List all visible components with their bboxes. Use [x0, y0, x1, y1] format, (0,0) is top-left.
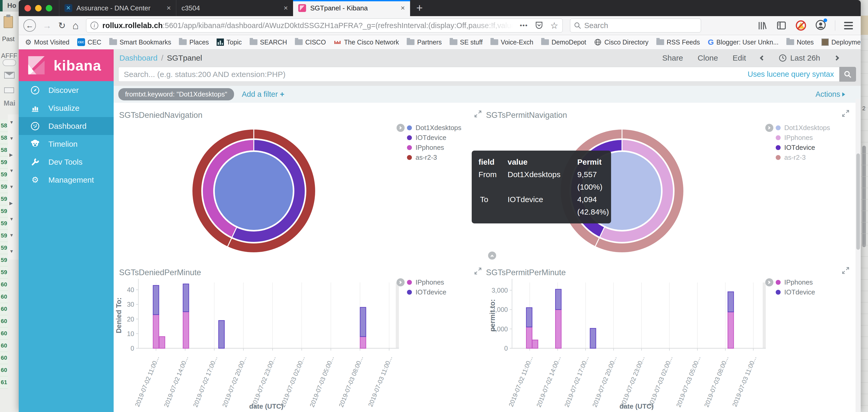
zoom-window-button[interactable] — [46, 5, 52, 11]
bookmark-item[interactable]: Deployment Guides — [822, 38, 861, 46]
bookmark-item[interactable]: Voice-Exch — [490, 38, 533, 46]
background-text-mail: Mai — [4, 99, 16, 108]
tab-sgtpanel-kibana[interactable]: SGTpanel - Kibana × — [293, 0, 410, 16]
pocket-icon[interactable] — [535, 21, 544, 30]
page-scrollbar[interactable] — [856, 99, 861, 412]
legend-item[interactable]: Dot1Xdesktops — [407, 123, 511, 133]
legend-collapse-chevron-icon[interactable] — [765, 278, 773, 286]
home-button[interactable]: ⌂ — [72, 20, 79, 31]
legend-item[interactable]: IPphones — [407, 277, 511, 287]
legend-item[interactable]: IOTdevice — [407, 133, 511, 143]
bookmark-item[interactable]: Notes — [786, 38, 814, 46]
disclosure-triangle-icon[interactable]: ▼ — [8, 163, 19, 179]
disclosure-triangle-icon[interactable]: ▶ — [8, 147, 19, 163]
kibana-wordmark: kibana — [54, 57, 101, 74]
legend-dot-icon — [776, 125, 781, 130]
bookmark-item[interactable]: Partners — [407, 38, 441, 46]
sidebar-item-timelion[interactable]: Timelion — [19, 135, 114, 153]
bookmark-item[interactable]: The Cisco Network — [334, 38, 399, 46]
legend-item[interactable]: IOTdevice — [407, 287, 511, 297]
time-picker[interactable]: Last 26h — [779, 54, 820, 62]
gear-icon: ⚙ — [29, 175, 41, 185]
bookmark-item[interactable]: SEARCH — [250, 38, 287, 46]
sidebar-item-dashboard[interactable]: Dashboard — [19, 117, 114, 135]
legend-item[interactable]: IPphones — [776, 277, 861, 287]
forward-button[interactable]: → — [43, 21, 52, 31]
edit-button[interactable]: Edit — [733, 54, 746, 62]
browser-search-field[interactable]: Search — [570, 19, 701, 32]
panel-scroll-up-chevron-icon[interactable] — [488, 252, 496, 260]
close-tab-icon[interactable]: × — [284, 4, 288, 12]
kibana-logo[interactable]: kibana — [19, 50, 114, 81]
background-pane-icon — [4, 87, 14, 93]
close-window-button[interactable] — [25, 5, 31, 11]
bookmark-item[interactable]: Smart Bookmarks — [109, 38, 172, 46]
url-bar[interactable]: i rollux.rollelab.ch:5601/app/kibana#/da… — [86, 19, 563, 32]
bookmark-item[interactable]: Cisco Directory — [594, 38, 648, 46]
spreadsheet-row-number: 59 — [0, 156, 8, 169]
sidebar-item-management[interactable]: ⚙Management — [19, 171, 114, 189]
time-forward-chevron-icon[interactable] — [834, 55, 839, 61]
filter-pill[interactable]: fromtxt.keyword: "Dot1Xdesktops" — [118, 88, 234, 100]
new-tab-button[interactable]: + — [410, 0, 429, 16]
site-info-icon[interactable]: i — [91, 22, 98, 29]
kibana-query-input[interactable]: Search... (e.g. status:200 AND extension… — [118, 67, 839, 82]
query-submit-button[interactable] — [839, 67, 856, 82]
scrollbar-thumb[interactable] — [856, 153, 860, 250]
sidebar-item-discover[interactable]: Discover — [19, 81, 114, 99]
search-icon — [574, 22, 581, 29]
legend-collapse-chevron-icon[interactable] — [765, 124, 773, 132]
legend-collapse-chevron-icon[interactable] — [397, 278, 405, 286]
disclosure-triangle-icon[interactable]: ▼ — [8, 114, 19, 130]
bookmark-item[interactable]: SE stuff — [450, 38, 483, 46]
disclosure-triangle-icon[interactable]: ▼ — [8, 211, 19, 227]
disclosure-triangle-icon[interactable]: ▼ — [8, 227, 19, 243]
legend-item[interactable]: as-r2-3 — [776, 152, 861, 162]
close-tab-icon[interactable]: × — [167, 4, 171, 12]
menu-hamburger-icon[interactable] — [844, 22, 853, 29]
bookmark-item[interactable]: RSS Feeds — [656, 38, 700, 46]
bookmark-item[interactable]: Places — [179, 38, 209, 46]
sidebar-toggle-icon[interactable] — [776, 20, 786, 31]
close-tab-icon[interactable]: × — [401, 4, 405, 12]
account-icon[interactable] — [815, 20, 826, 31]
background-scrollbar-thumb[interactable] — [862, 146, 866, 247]
legend-item[interactable]: IOTdevice — [776, 287, 861, 297]
add-filter-link[interactable]: Add a filter + — [242, 90, 284, 98]
library-icon[interactable] — [757, 20, 767, 31]
bookmark-star-icon[interactable]: ☆ — [550, 20, 558, 31]
disclosure-triangle-icon[interactable]: ▼ — [8, 243, 19, 260]
bookmark-item[interactable]: GBlogger: User Unkn... — [708, 38, 779, 47]
bookmark-item[interactable]: ⚙Most Visited — [25, 38, 69, 47]
bookmark-item[interactable]: CECCEC — [77, 38, 101, 46]
bookmark-item[interactable]: CISCO — [295, 38, 326, 46]
barchart-icon — [29, 103, 41, 113]
tab-c3504[interactable]: c3504 × — [176, 0, 293, 16]
sidebar-item-visualize[interactable]: Visualize — [19, 99, 114, 117]
tab-assurance-dna-center[interactable]: Assurance - DNA Center × — [59, 0, 176, 16]
bookmark-item[interactable]: DemoDepot — [541, 38, 586, 46]
content-blocked-icon[interactable] — [796, 20, 806, 31]
tab-title: SGTpanel - Kibana — [310, 4, 368, 12]
sidebar-item-dev-tools[interactable]: Dev Tools — [19, 153, 114, 171]
disclosure-triangle-icon[interactable]: ▼ — [8, 130, 19, 147]
disclosure-triangle-icon[interactable]: ▼ — [8, 179, 19, 195]
share-button[interactable]: Share — [662, 54, 683, 62]
sidebar-item-label: Timelion — [49, 140, 78, 149]
legend-item[interactable]: Dot1Xdesktops — [776, 123, 861, 133]
sidebar-item-label: Dashboard — [49, 122, 87, 130]
legend-item[interactable]: IPphones — [776, 133, 861, 143]
page-actions-icon[interactable]: ••• — [520, 22, 528, 29]
breadcrumb-dashboard-link[interactable]: Dashboard — [119, 54, 158, 62]
clone-button[interactable]: Clone — [698, 54, 718, 62]
minimize-window-button[interactable] — [35, 5, 41, 11]
disclosure-triangle-icon[interactable]: ▶ — [8, 195, 19, 211]
bookmark-item[interactable]: Topic — [217, 38, 242, 46]
lucene-syntax-link[interactable]: Uses lucene query syntax — [748, 70, 834, 79]
legend-collapse-chevron-icon[interactable] — [397, 124, 405, 132]
legend-item[interactable]: IOTdevice — [776, 143, 861, 152]
back-button[interactable]: ← — [23, 19, 36, 32]
reload-button[interactable]: ↻ — [58, 20, 66, 31]
time-back-chevron-icon[interactable] — [760, 55, 765, 61]
filter-actions-link[interactable]: Actions — [815, 90, 845, 98]
